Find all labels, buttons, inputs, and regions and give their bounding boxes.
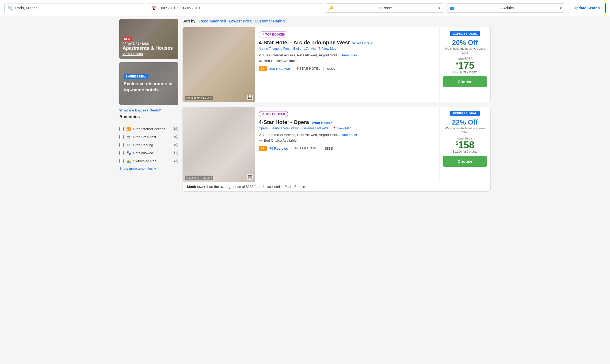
update-search-button[interactable]: Update Search (568, 3, 606, 13)
hotel-class-1: 4-STAR HOTEL (296, 67, 321, 71)
calendar-icon: 📅 (151, 6, 157, 11)
bed-row-2: 🛏 Bed Choice Available (259, 138, 436, 142)
price-tooltip-bar: Much lower than the average price of $23… (182, 182, 491, 192)
discount-desc-1: We choose the hotel, you save 20% (443, 47, 487, 55)
key-icon: 🔑 (329, 6, 333, 10)
amenities-link-2[interactable]: Amenities (342, 133, 357, 137)
amenity-free-internet: 📶 Free Internet Access (18) (119, 125, 178, 133)
amenity-checkbox-internet[interactable] (119, 127, 124, 131)
parking-icon: P (126, 143, 131, 147)
coffee-icon: ☕ (126, 135, 131, 139)
sort-bar: Sort by: Recommended Lowest Price Custom… (182, 19, 491, 23)
amenity-count-internet: (18) (173, 127, 178, 131)
amenity-count-parking: (0) (174, 143, 178, 147)
show-more-amenities-link[interactable]: Show more amenities ∨ (119, 166, 178, 171)
wifi-icon: 📶 (126, 127, 131, 131)
hotel-image-1: Actual room may vary 🖼 (183, 27, 255, 102)
chevron-down-icon: ▾ (439, 6, 440, 10)
check-icon-1: ✓ (259, 53, 262, 57)
sidebar: NEW PRIVATE RENTALS Apartments & Houses … (119, 19, 178, 196)
amenities-row-1: ✓ Free Internet Access, Pets Allowed, Ai… (259, 53, 436, 57)
amenity-checkbox-pets[interactable] (119, 151, 124, 155)
adults-selector[interactable]: 👥 2 Adults ▾ (447, 3, 565, 13)
total-price-2: $1,106 for 7 nights (453, 150, 477, 153)
content-area: Sort by: Recommended Lowest Price Custom… (182, 19, 491, 196)
new-badge: NEW (123, 37, 132, 41)
rating-badge-2: 7+ (259, 146, 267, 151)
what-hotel-link-2[interactable]: What Hotel? (312, 121, 332, 125)
rating-row-1: 7+ 400 Reviews | 4-STAR HOTEL | $$$S (259, 66, 436, 71)
adults-value: 2 Adults (500, 6, 514, 10)
discount-desc-2: We choose the hotel, you save 22% (443, 126, 487, 135)
amenity-pets: 🐾 Pets Allowed (11) (119, 149, 178, 157)
view-map-link-1[interactable]: View Map (322, 47, 336, 51)
rating-row-2: 7+ 70 Reviews | 4-STAR HOTEL | $$$S (259, 146, 436, 151)
hotel-price-2: EXPRESS DEAL 22% Off We choose the hotel… (440, 107, 490, 182)
actual-room-note-1: Actual room may vary (185, 96, 213, 100)
express-deal-title: Exclusive discounts at top-name hotels (124, 81, 174, 93)
reviews-count-2[interactable]: 70 Reviews (269, 146, 288, 150)
search-field[interactable]: 🔍 (4, 3, 145, 13)
room-selector[interactable]: 🔑 1 Room ▾ (325, 3, 444, 13)
tooltip-text: lower than the average price of $233 for… (196, 185, 305, 189)
map-pin-icon-1: 📍 (317, 47, 321, 51)
total-price-1: $1,225 for 7 nights (453, 70, 477, 73)
bed-icon-1: 🛏 (259, 59, 262, 63)
top-booked-badge-1: ↗ TOP BOOKED (259, 32, 288, 37)
price-tier-1: $$$S (327, 67, 335, 71)
discount-pct-1: 20% Off (452, 38, 478, 47)
amenity-checkbox-pool[interactable] (119, 159, 124, 163)
top-booked-badge-2: ↗ TOP BOOKED (259, 111, 288, 117)
hotel-location-1: Arc de Triomphe West - Etoile - 17th Arr… (259, 47, 436, 51)
amenities-text-2: Free Internet Access, Pets Allowed, Airp… (263, 133, 340, 137)
express-deal-promo[interactable]: EXPRESS DEAL Exclusive discounts at top-… (119, 62, 178, 105)
tooltip-bold: Much (187, 185, 196, 189)
date-value: 10/09/2019 - 10/16/2019 (159, 6, 200, 10)
amenity-checkbox-parking[interactable] (119, 143, 124, 147)
amenities-link-1[interactable]: Amenities (342, 53, 357, 57)
amenity-count-pets: (11) (173, 151, 178, 155)
private-rentals-promo[interactable]: NEW PRIVATE RENTALS Apartments & Houses … (119, 19, 178, 59)
amenities-divider (119, 122, 178, 122)
choose-button-1[interactable]: Choose (443, 76, 487, 87)
map-pin-icon-2: 📍 (332, 126, 336, 130)
view-listings-link[interactable]: View Listings (123, 52, 175, 56)
discount-pct-2: 22% Off (452, 118, 478, 126)
hotel-class-2: 4-STAR HOTEL (294, 146, 318, 150)
price-tier-2: $$$S (325, 146, 333, 150)
current-price-1: $175 (456, 61, 474, 70)
amenity-label-pool: Swimming Pool (133, 159, 172, 163)
what-hotel-link-1[interactable]: What Hotel? (352, 41, 373, 45)
room-value: 1 Room (379, 6, 392, 10)
bed-icon-2: 🛏 (259, 138, 262, 142)
search-icon: 🔍 (8, 6, 13, 11)
date-field[interactable]: 📅 10/09/2019 - 10/16/2019 (148, 3, 322, 13)
view-map-link-2[interactable]: View Map (337, 126, 351, 130)
main-layout: NEW PRIVATE RENTALS Apartments & Houses … (115, 16, 495, 199)
bed-text-2: Bed Choice Available (264, 138, 297, 142)
amenity-free-breakfast: ☕ Free Breakfast (0) (119, 133, 178, 141)
amenity-label-breakfast: Free Breakfast (133, 135, 172, 139)
reviews-count-1[interactable]: 400 Reviews (269, 67, 290, 71)
sort-lowest-price[interactable]: Lowest Price (229, 19, 252, 23)
bed-text-1: Bed Choice Available (264, 59, 297, 63)
search-input[interactable] (15, 6, 142, 10)
trend-up-icon-2: ↗ (262, 112, 264, 116)
hotel-name-2: 4-Star Hotel - Opera (259, 119, 309, 125)
sort-customer-rating[interactable]: Customer Rating (255, 19, 285, 23)
amenity-label-internet: Free Internet Access (133, 127, 170, 131)
what-are-express-deals-link[interactable]: What are Express Deals? (119, 108, 178, 112)
hotel-card-1: Actual room may vary 🖼 ↗ TOP BOOKED 4-St… (182, 27, 491, 102)
sort-recommended[interactable]: Recommended (199, 19, 226, 23)
amenities-title: Amenities (119, 114, 178, 119)
express-deal-badge-2: EXPRESS DEAL (450, 111, 480, 116)
hotel-name-1: 4-Star Hotel - Arc de Triomphe West (259, 40, 350, 46)
amenity-checkbox-breakfast[interactable] (119, 135, 124, 139)
chevron-down-icon-2: ▾ (560, 6, 562, 10)
amenity-pool: 🏊 Swimming Pool (3) (119, 157, 178, 165)
choose-button-2[interactable]: Choose (443, 156, 487, 167)
chevron-down-small-icon: ∨ (154, 166, 157, 171)
amenity-label-pets: Pets Allowed (133, 151, 170, 155)
header: 🔍 📅 10/09/2019 - 10/16/2019 🔑 1 Room ▾ 👥… (0, 0, 610, 16)
amenities-section: Amenities 📶 Free Internet Access (18) ☕ … (119, 114, 178, 171)
